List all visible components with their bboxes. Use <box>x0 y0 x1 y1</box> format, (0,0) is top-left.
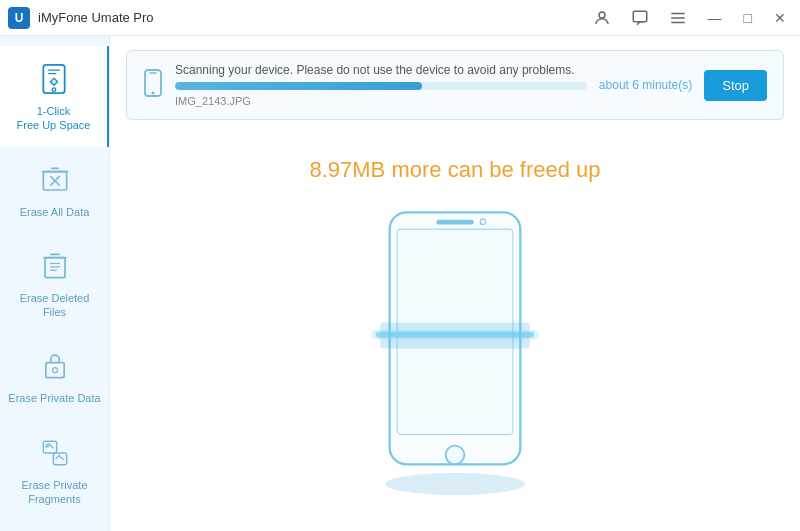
sidebar-item-erase-deleted-files[interactable]: Erase Deleted Files <box>0 233 109 334</box>
erase-deleted-files-icon <box>36 247 74 285</box>
profile-icon[interactable] <box>588 4 616 32</box>
erase-private-fragments-label: Erase Private Fragments <box>8 478 101 507</box>
main-layout: 1-ClickFree Up Space Erase All Data <box>0 36 800 531</box>
scan-filename: IMG_2143.JPG <box>175 95 587 107</box>
svg-point-13 <box>52 368 57 373</box>
titlebar: U iMyFone Umate Pro — □ ✕ <box>0 0 800 36</box>
app-logo: U <box>8 7 30 29</box>
erase-all-data-icon <box>36 161 74 199</box>
sidebar-item-erase-private-fragments[interactable]: Erase Private Fragments <box>0 420 109 521</box>
sidebar-item-erase-all-data[interactable]: Erase All Data <box>0 147 109 233</box>
free-up-space-icon <box>35 60 73 98</box>
svg-rect-1 <box>633 11 647 22</box>
svg-rect-12 <box>45 363 63 378</box>
freed-amount: 8.97MB <box>309 157 385 182</box>
erase-all-data-label: Erase All Data <box>20 205 90 219</box>
svg-point-6 <box>52 88 56 92</box>
svg-point-0 <box>599 12 605 18</box>
erase-private-fragments-icon <box>36 434 74 472</box>
progress-bar-fill <box>175 82 422 90</box>
svg-rect-23 <box>436 219 473 224</box>
minimize-button[interactable]: — <box>702 8 728 28</box>
maximize-button[interactable]: □ <box>738 8 758 28</box>
scan-progress-bar: Scanning your device. Please do not use … <box>126 50 784 120</box>
erase-private-data-icon <box>36 347 74 385</box>
phone-illustration <box>355 203 555 483</box>
svg-rect-8 <box>45 258 65 278</box>
scan-message: Scanning your device. Please do not use … <box>175 63 587 77</box>
sidebar-item-erase-private-data[interactable]: Erase Private Data <box>0 333 109 419</box>
device-icon <box>143 69 163 102</box>
visual-area: 8.97MB more can be freed up <box>110 130 800 531</box>
scan-info: Scanning your device. Please do not use … <box>175 63 587 107</box>
freed-description: more can be freed up <box>391 157 600 182</box>
svg-rect-27 <box>371 329 539 338</box>
app-title: iMyFone Umate Pro <box>38 10 588 25</box>
erase-private-data-label: Erase Private Data <box>8 391 100 405</box>
erase-deleted-files-label: Erase Deleted Files <box>8 291 101 320</box>
menu-icon[interactable] <box>664 4 692 32</box>
window-controls: — □ ✕ <box>588 4 792 32</box>
sidebar: 1-ClickFree Up Space Erase All Data <box>0 36 110 531</box>
close-button[interactable]: ✕ <box>768 8 792 28</box>
progress-bar-background <box>175 82 587 90</box>
sidebar-item-free-up-space[interactable]: 1-ClickFree Up Space <box>0 46 109 147</box>
freed-up-text: 8.97MB more can be freed up <box>309 157 600 183</box>
progress-wrap <box>175 82 587 90</box>
svg-point-18 <box>152 91 155 94</box>
stop-button[interactable]: Stop <box>704 70 767 101</box>
free-up-space-label: 1-ClickFree Up Space <box>17 104 91 133</box>
content-area: Scanning your device. Please do not use … <box>110 36 800 531</box>
scan-time-remaining: about 6 minute(s) <box>599 78 692 92</box>
svg-point-22 <box>446 445 465 464</box>
chat-icon[interactable] <box>626 4 654 32</box>
